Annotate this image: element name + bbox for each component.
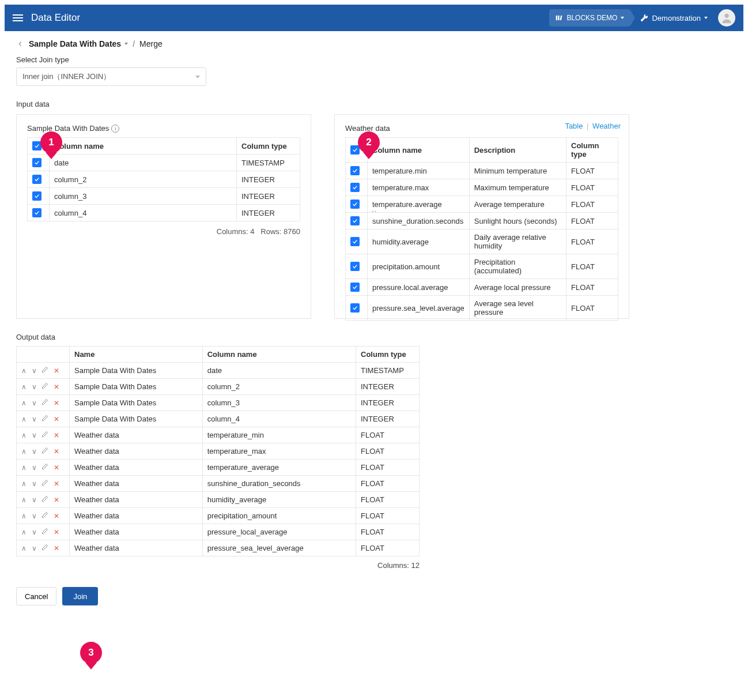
row-checkbox[interactable] (350, 200, 360, 209)
back-chevron-icon[interactable] (16, 40, 24, 48)
edit-icon[interactable] (41, 398, 48, 407)
move-down-icon[interactable]: ∨ (32, 415, 37, 423)
edit-icon[interactable] (41, 479, 48, 488)
col-type: INTEGER (237, 188, 300, 205)
delete-icon[interactable]: ✕ (54, 528, 59, 536)
col-type: FLOAT (566, 229, 618, 254)
edit-icon[interactable] (41, 447, 48, 456)
caret-down-icon (621, 17, 624, 19)
delete-icon[interactable]: ✕ (54, 431, 59, 439)
delete-icon[interactable]: ✕ (54, 512, 59, 520)
edit-icon[interactable] (41, 382, 48, 391)
edit-icon[interactable] (41, 415, 48, 423)
table-row: temperature.maxMaximum temperatureFLOAT (346, 179, 618, 196)
move-up-icon[interactable]: ∧ (21, 544, 27, 552)
panel2-link-table[interactable]: Table (565, 122, 583, 130)
row-checkbox[interactable] (350, 262, 360, 271)
col-type: FLOAT (566, 279, 618, 296)
row-checkbox[interactable] (32, 208, 41, 217)
delete-icon[interactable]: ✕ (54, 383, 59, 391)
move-down-icon[interactable]: ∨ (32, 399, 37, 407)
blocks-demo-pill[interactable]: BLOCKS DEMO (549, 9, 630, 27)
move-down-icon[interactable]: ∨ (32, 544, 37, 552)
move-up-icon[interactable]: ∧ (21, 367, 27, 375)
output-row: ∧ ∨ ✕ Weather data humidity_average FLOA… (17, 492, 420, 508)
output-row: ∧ ∨ ✕ Sample Data With Dates column_4 IN… (17, 411, 420, 427)
edit-icon[interactable] (41, 495, 48, 504)
edit-icon[interactable] (41, 528, 48, 536)
delete-icon[interactable]: ✕ (54, 544, 59, 552)
delete-icon[interactable]: ✕ (54, 447, 59, 456)
move-up-icon[interactable]: ∧ (21, 447, 27, 456)
out-col: pressure_sea_level_average (202, 540, 356, 556)
out-col: pressure_local_average (202, 524, 356, 540)
move-up-icon[interactable]: ∧ (21, 383, 27, 391)
out-src: Weather data (70, 460, 203, 476)
demonstration-dropdown[interactable]: Demonstration (636, 14, 712, 22)
move-down-icon[interactable]: ∨ (32, 431, 37, 439)
delete-icon[interactable]: ✕ (54, 480, 59, 488)
join-button[interactable]: Join (62, 587, 98, 605)
output-row: ∧ ∨ ✕ Weather data sunshine_duration_sec… (17, 476, 420, 492)
user-avatar[interactable] (718, 9, 735, 27)
move-up-icon[interactable]: ∧ (21, 415, 27, 423)
move-up-icon[interactable]: ∧ (21, 480, 27, 488)
move-down-icon[interactable]: ∨ (32, 464, 37, 472)
panel2-links: Table | Weather (565, 122, 621, 130)
callout-badge-2: 2 (358, 131, 380, 159)
hamburger-menu-icon[interactable] (13, 14, 23, 21)
row-checkbox[interactable] (350, 237, 360, 246)
delete-icon[interactable]: ✕ (54, 415, 59, 423)
col-desc: Sunlight hours (seconds) (469, 213, 566, 229)
move-up-icon[interactable]: ∧ (21, 399, 27, 407)
move-up-icon[interactable]: ∧ (21, 512, 27, 520)
row-checkbox[interactable] (350, 283, 360, 292)
move-down-icon[interactable]: ∨ (32, 367, 37, 375)
move-up-icon[interactable]: ∧ (21, 431, 27, 439)
edit-icon[interactable] (41, 431, 48, 439)
breadcrumb-separator: / (133, 39, 135, 48)
out-src: Weather data (70, 524, 203, 540)
panel2-header-desc: Description (469, 138, 566, 163)
row-checkbox[interactable] (32, 191, 41, 201)
edit-icon[interactable] (41, 544, 48, 552)
table-row: precipitation.amountPrecipitation (accum… (346, 254, 618, 279)
out-type: TIMESTAMP (356, 363, 420, 379)
cancel-button[interactable]: Cancel (16, 587, 56, 605)
callout-badge-1: 1 (40, 131, 62, 159)
breadcrumb-root[interactable]: Sample Data With Dates (29, 39, 128, 48)
table-row: pressure.local.averageAverage local pres… (346, 279, 618, 296)
delete-icon[interactable]: ✕ (54, 399, 59, 407)
move-down-icon[interactable]: ∨ (32, 496, 37, 504)
move-up-icon[interactable]: ∧ (21, 496, 27, 504)
move-down-icon[interactable]: ∨ (32, 528, 37, 536)
col-name: humidity.average (368, 229, 470, 254)
delete-icon[interactable]: ✕ (54, 464, 59, 472)
out-src: Sample Data With Dates (70, 363, 203, 379)
edit-icon[interactable] (41, 463, 48, 472)
col-name: date (50, 155, 237, 171)
row-checkbox[interactable] (32, 175, 41, 184)
panel2-link-weather[interactable]: Weather (592, 122, 621, 130)
join-type-select[interactable]: Inner join（INNER JOIN） (16, 67, 206, 86)
svg-rect-0 (556, 16, 557, 20)
row-checkbox[interactable] (350, 303, 360, 313)
col-desc: Average sea level pressure (469, 296, 566, 321)
move-down-icon[interactable]: ∨ (32, 447, 37, 456)
row-checkbox[interactable] (350, 166, 360, 175)
move-up-icon[interactable]: ∧ (21, 464, 27, 472)
move-up-icon[interactable]: ∧ (21, 528, 27, 536)
info-icon[interactable]: i (111, 125, 119, 133)
move-down-icon[interactable]: ∨ (32, 383, 37, 391)
breadcrumb: Sample Data With Dates / Merge (5, 31, 743, 55)
delete-icon[interactable]: ✕ (54, 496, 59, 504)
move-down-icon[interactable]: ∨ (32, 512, 37, 520)
row-checkbox[interactable] (350, 216, 360, 225)
row-checkbox[interactable] (32, 158, 41, 167)
edit-icon[interactable] (41, 511, 48, 520)
row-checkbox[interactable] (350, 183, 360, 192)
edit-icon[interactable] (41, 366, 48, 375)
output-footer: Columns: 12 (16, 561, 420, 570)
delete-icon[interactable]: ✕ (54, 367, 59, 375)
move-down-icon[interactable]: ∨ (32, 480, 37, 488)
